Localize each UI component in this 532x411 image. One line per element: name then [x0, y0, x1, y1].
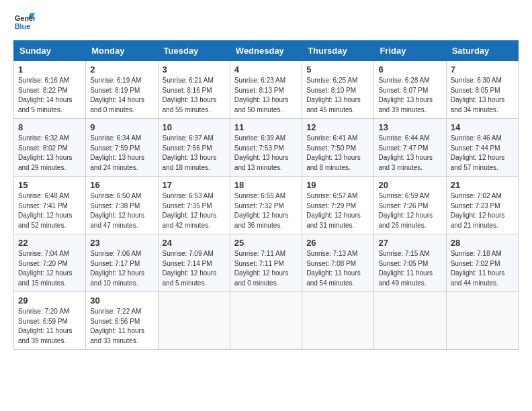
day-number: 24: [163, 238, 226, 248]
calendar-cell: 18Sunrise: 6:55 AMSunset: 7:32 PMDayligh…: [230, 177, 302, 234]
logo-icon: General Blue: [13, 11, 35, 32]
day-info: Sunrise: 6:50 AMSunset: 7:38 PMDaylight:…: [90, 191, 153, 230]
calendar-cell: 6Sunrise: 6:28 AMSunset: 8:07 PMDaylight…: [374, 61, 446, 119]
calendar-cell: [230, 292, 302, 350]
day-number: 1: [18, 64, 81, 75]
calendar-cell: 28Sunrise: 7:18 AMSunset: 7:02 PMDayligh…: [446, 234, 518, 292]
col-header-wednesday: Wednesday: [230, 41, 302, 61]
calendar-cell: [374, 292, 446, 350]
day-number: 4: [234, 64, 298, 75]
day-info: Sunrise: 6:19 AMSunset: 8:19 PMDaylight:…: [90, 76, 153, 115]
calendar-cell: 26Sunrise: 7:13 AMSunset: 7:08 PMDayligh…: [302, 234, 374, 292]
day-info: Sunrise: 6:28 AMSunset: 8:07 PMDaylight:…: [378, 76, 441, 115]
day-number: 5: [306, 64, 369, 75]
col-header-monday: Monday: [86, 41, 158, 61]
calendar-cell: 29Sunrise: 7:20 AMSunset: 6:59 PMDayligh…: [14, 292, 86, 350]
day-number: 29: [18, 295, 81, 306]
calendar-cell: 14Sunrise: 6:46 AMSunset: 7:44 PMDayligh…: [446, 119, 518, 177]
svg-text:Blue: Blue: [15, 22, 31, 30]
day-number: 10: [163, 122, 226, 132]
day-info: Sunrise: 7:15 AMSunset: 7:05 PMDaylight:…: [378, 249, 441, 288]
calendar-cell: 25Sunrise: 7:11 AMSunset: 7:11 PMDayligh…: [230, 234, 302, 292]
calendar-cell: 23Sunrise: 7:06 AMSunset: 7:17 PMDayligh…: [86, 234, 158, 292]
calendar-cell: 13Sunrise: 6:44 AMSunset: 7:47 PMDayligh…: [374, 119, 446, 177]
day-info: Sunrise: 7:11 AMSunset: 7:11 PMDaylight:…: [234, 249, 298, 288]
day-info: Sunrise: 6:37 AMSunset: 7:56 PMDaylight:…: [163, 134, 226, 173]
calendar-cell: 24Sunrise: 7:09 AMSunset: 7:14 PMDayligh…: [158, 234, 230, 292]
day-number: 27: [378, 238, 441, 248]
calendar-cell: 30Sunrise: 7:22 AMSunset: 6:56 PMDayligh…: [86, 292, 158, 350]
day-number: 19: [306, 180, 369, 190]
day-info: Sunrise: 6:34 AMSunset: 7:59 PMDaylight:…: [90, 134, 153, 173]
day-number: 21: [451, 180, 514, 190]
calendar-cell: 9Sunrise: 6:34 AMSunset: 7:59 PMDaylight…: [86, 119, 158, 177]
calendar-cell: [302, 292, 374, 350]
col-header-friday: Friday: [374, 41, 446, 61]
calendar-cell: 1Sunrise: 6:16 AMSunset: 8:22 PMDaylight…: [14, 61, 86, 119]
day-number: 8: [18, 122, 81, 132]
col-header-thursday: Thursday: [302, 41, 374, 61]
calendar-cell: 4Sunrise: 6:23 AMSunset: 8:13 PMDaylight…: [230, 61, 302, 119]
calendar-cell: 11Sunrise: 6:39 AMSunset: 7:53 PMDayligh…: [230, 119, 302, 177]
day-info: Sunrise: 6:46 AMSunset: 7:44 PMDaylight:…: [451, 134, 514, 173]
day-number: 22: [18, 238, 81, 248]
page: General Blue SundayMondayTuesdayWednesda…: [0, 0, 532, 361]
calendar-cell: 8Sunrise: 6:32 AMSunset: 8:02 PMDaylight…: [14, 119, 86, 177]
day-info: Sunrise: 7:09 AMSunset: 7:14 PMDaylight:…: [163, 249, 226, 288]
day-info: Sunrise: 7:02 AMSunset: 7:23 PMDaylight:…: [451, 191, 514, 230]
day-number: 16: [90, 180, 153, 190]
calendar-cell: 16Sunrise: 6:50 AMSunset: 7:38 PMDayligh…: [86, 177, 158, 234]
day-info: Sunrise: 7:20 AMSunset: 6:59 PMDaylight:…: [18, 307, 81, 346]
day-number: 23: [90, 238, 153, 248]
day-number: 9: [90, 122, 153, 132]
day-info: Sunrise: 6:39 AMSunset: 7:53 PMDaylight:…: [234, 134, 298, 173]
calendar-cell: 7Sunrise: 6:30 AMSunset: 8:05 PMDaylight…: [446, 61, 518, 119]
calendar-cell: 20Sunrise: 6:59 AMSunset: 7:26 PMDayligh…: [374, 177, 446, 234]
calendar-cell: 12Sunrise: 6:41 AMSunset: 7:50 PMDayligh…: [302, 119, 374, 177]
day-info: Sunrise: 6:55 AMSunset: 7:32 PMDaylight:…: [234, 191, 298, 230]
calendar-cell: 19Sunrise: 6:57 AMSunset: 7:29 PMDayligh…: [302, 177, 374, 234]
calendar-cell: 3Sunrise: 6:21 AMSunset: 8:16 PMDaylight…: [158, 61, 230, 119]
col-header-sunday: Sunday: [14, 41, 86, 61]
logo: General Blue: [13, 11, 39, 32]
day-number: 15: [18, 180, 81, 190]
day-info: Sunrise: 7:04 AMSunset: 7:20 PMDaylight:…: [18, 249, 81, 288]
col-header-saturday: Saturday: [446, 41, 518, 61]
day-info: Sunrise: 6:21 AMSunset: 8:16 PMDaylight:…: [163, 76, 226, 115]
day-info: Sunrise: 6:59 AMSunset: 7:26 PMDaylight:…: [378, 191, 441, 230]
day-info: Sunrise: 6:53 AMSunset: 7:35 PMDaylight:…: [163, 191, 226, 230]
day-number: 18: [234, 180, 298, 190]
day-number: 6: [378, 64, 441, 75]
header: General Blue: [13, 11, 519, 32]
calendar-cell: [158, 292, 230, 350]
calendar-cell: 17Sunrise: 6:53 AMSunset: 7:35 PMDayligh…: [158, 177, 230, 234]
day-number: 17: [163, 180, 226, 190]
day-number: 3: [163, 64, 226, 75]
calendar-cell: 15Sunrise: 6:48 AMSunset: 7:41 PMDayligh…: [14, 177, 86, 234]
day-info: Sunrise: 6:32 AMSunset: 8:02 PMDaylight:…: [18, 134, 81, 173]
day-info: Sunrise: 6:16 AMSunset: 8:22 PMDaylight:…: [18, 76, 81, 115]
day-number: 13: [378, 122, 441, 132]
calendar-cell: 10Sunrise: 6:37 AMSunset: 7:56 PMDayligh…: [158, 119, 230, 177]
day-info: Sunrise: 7:22 AMSunset: 6:56 PMDaylight:…: [90, 307, 153, 346]
day-info: Sunrise: 7:18 AMSunset: 7:02 PMDaylight:…: [451, 249, 514, 288]
day-number: 11: [234, 122, 298, 132]
calendar-cell: 22Sunrise: 7:04 AMSunset: 7:20 PMDayligh…: [14, 234, 86, 292]
day-info: Sunrise: 6:41 AMSunset: 7:50 PMDaylight:…: [306, 134, 369, 173]
calendar-cell: 5Sunrise: 6:25 AMSunset: 8:10 PMDaylight…: [302, 61, 374, 119]
calendar-table: SundayMondayTuesdayWednesdayThursdayFrid…: [13, 40, 519, 350]
calendar-cell: [446, 292, 518, 350]
day-number: 25: [234, 238, 298, 248]
day-info: Sunrise: 6:57 AMSunset: 7:29 PMDaylight:…: [306, 191, 369, 230]
day-number: 2: [90, 64, 153, 75]
calendar-cell: 27Sunrise: 7:15 AMSunset: 7:05 PMDayligh…: [374, 234, 446, 292]
day-info: Sunrise: 6:48 AMSunset: 7:41 PMDaylight:…: [18, 191, 81, 230]
day-info: Sunrise: 6:30 AMSunset: 8:05 PMDaylight:…: [451, 76, 514, 115]
calendar-cell: 21Sunrise: 7:02 AMSunset: 7:23 PMDayligh…: [446, 177, 518, 234]
day-number: 26: [306, 238, 369, 248]
day-info: Sunrise: 6:23 AMSunset: 8:13 PMDaylight:…: [234, 76, 298, 115]
col-header-tuesday: Tuesday: [158, 41, 230, 61]
day-number: 14: [451, 122, 514, 132]
day-number: 20: [378, 180, 441, 190]
day-info: Sunrise: 6:44 AMSunset: 7:47 PMDaylight:…: [378, 134, 441, 173]
